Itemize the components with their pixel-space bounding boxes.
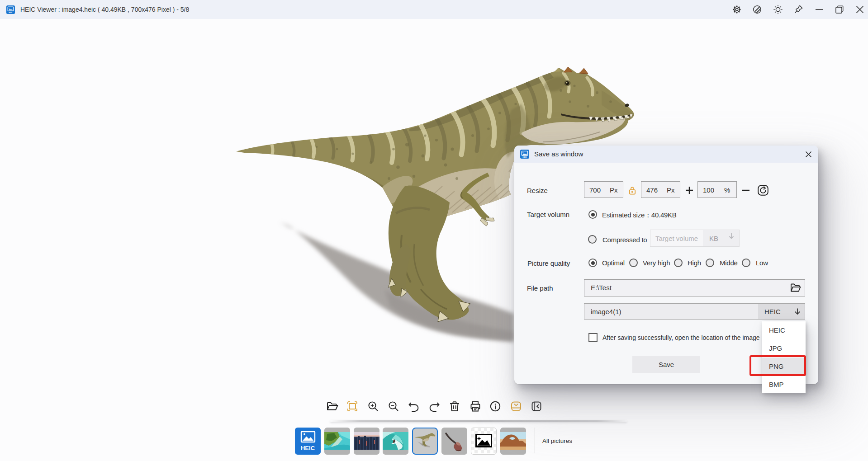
svg-text:HEIC: HEIC: [301, 445, 315, 452]
svg-text:HEIC: HEIC: [522, 156, 526, 158]
svg-text:HEIC: HEIC: [9, 12, 13, 14]
